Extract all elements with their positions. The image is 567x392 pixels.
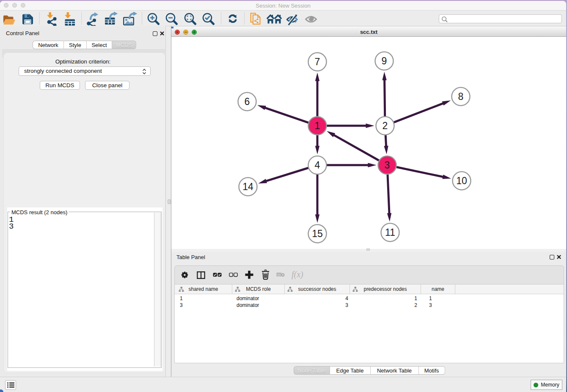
svg-text:1: 1 <box>315 120 320 131</box>
svg-text:7: 7 <box>315 56 320 67</box>
svg-text:10: 10 <box>456 175 467 186</box>
svg-text:9: 9 <box>382 55 387 66</box>
svg-text:3: 3 <box>385 160 390 171</box>
svg-text:2: 2 <box>383 120 388 131</box>
svg-text:8: 8 <box>458 91 464 102</box>
svg-text:4: 4 <box>315 160 320 171</box>
svg-text:14: 14 <box>242 181 253 192</box>
svg-text:15: 15 <box>312 228 323 239</box>
svg-text:11: 11 <box>385 227 395 238</box>
svg-text:6: 6 <box>245 96 250 107</box>
